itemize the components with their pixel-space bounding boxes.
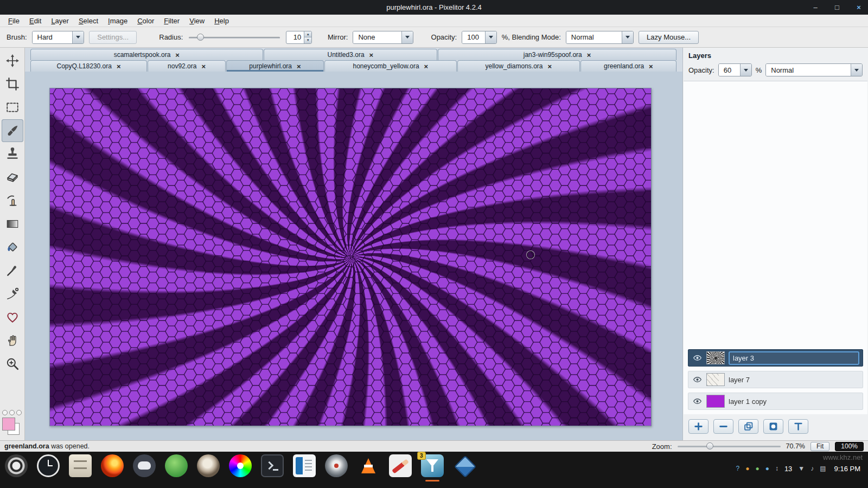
visibility-eye-icon[interactable]: [692, 354, 703, 362]
tool-color-picker[interactable]: [2, 259, 23, 282]
layer-row-layer-1-copy[interactable]: layer 1 copy: [688, 393, 863, 410]
layer-row-layer-3[interactable]: layer 3: [688, 349, 863, 367]
menu-layer[interactable]: Layer: [46, 15, 74, 27]
close-icon[interactable]: ×: [297, 63, 301, 70]
volume-icon[interactable]: ♪: [810, 465, 814, 472]
clock-time[interactable]: 9:16 PM: [834, 465, 860, 473]
network-icon[interactable]: ▼: [798, 465, 805, 472]
settings-button[interactable]: Settings...: [89, 31, 137, 44]
tool-gradient[interactable]: [2, 213, 23, 235]
tool-brush[interactable]: [2, 119, 23, 142]
menu-image[interactable]: Image: [103, 15, 132, 27]
layer-row-layer-7[interactable]: layer 7: [688, 371, 863, 388]
taskbar-color-wheel[interactable]: [228, 454, 252, 483]
spinner-buttons[interactable]: ▲▼: [304, 31, 311, 43]
menu-select[interactable]: Select: [74, 15, 103, 27]
mirror-select[interactable]: None: [353, 31, 413, 44]
add-text-layer-button[interactable]: [788, 419, 808, 434]
taskbar-gimp[interactable]: [196, 454, 220, 483]
close-icon[interactable]: ×: [649, 63, 653, 70]
minimize-button[interactable]: –: [810, 3, 820, 11]
layer-opacity-input[interactable]: 60: [718, 63, 752, 76]
tool-paint-bucket[interactable]: [2, 236, 23, 259]
updates-icon[interactable]: ↕: [775, 465, 778, 472]
taskbar-discord[interactable]: [132, 454, 156, 483]
menu-help[interactable]: Help: [209, 15, 234, 27]
taskbar-app-menu[interactable]: [4, 454, 28, 483]
tool-zoom[interactable]: [2, 352, 23, 375]
layer-name: layer 1 copy: [729, 397, 767, 406]
tool-smudge[interactable]: [2, 189, 23, 212]
tool-hand[interactable]: [2, 329, 23, 352]
close-icon[interactable]: ×: [587, 52, 591, 59]
close-icon[interactable]: ×: [369, 52, 374, 59]
image-canvas[interactable]: [49, 88, 652, 426]
layer-blend-mode-select[interactable]: Normal: [765, 63, 863, 76]
close-icon[interactable]: ×: [201, 63, 206, 70]
visibility-eye-icon[interactable]: [692, 397, 703, 405]
close-icon[interactable]: ×: [548, 63, 552, 70]
opacity-input[interactable]: 100: [462, 31, 497, 44]
maximize-button[interactable]: □: [832, 3, 842, 11]
brush-type-select[interactable]: Hard: [32, 31, 85, 44]
tab-untitled3[interactable]: Untitled3.ora ×: [264, 49, 438, 60]
add-mask-button[interactable]: [763, 419, 783, 434]
tab-greenland[interactable]: greenland.ora ×: [580, 60, 676, 72]
lazy-mouse-button[interactable]: Lazy Mouse...: [639, 31, 699, 44]
tab-honeycomb-yellow[interactable]: honeycomb_yellow.ora ×: [324, 60, 457, 72]
taskbar-virtualbox[interactable]: [452, 454, 476, 483]
tool-rectangle-select[interactable]: [2, 96, 23, 119]
indicator-green-icon[interactable]: ●: [755, 465, 759, 472]
taskbar-clock[interactable]: [36, 454, 60, 483]
taskbar-software-center[interactable]: [164, 454, 188, 483]
menu-view[interactable]: View: [184, 15, 209, 27]
taskbar-terminal[interactable]: [260, 454, 284, 483]
tool-crop[interactable]: [2, 73, 23, 95]
tool-move[interactable]: [2, 49, 23, 72]
foreground-color-swatch[interactable]: [2, 418, 15, 431]
taskbar-firefox[interactable]: [100, 454, 124, 483]
visibility-eye-icon[interactable]: [692, 376, 703, 383]
menu-edit[interactable]: Edit: [24, 15, 46, 27]
taskbar-pencil-editor[interactable]: [388, 454, 412, 483]
indicator-blue-icon[interactable]: ●: [765, 465, 769, 472]
indicator-orange-icon[interactable]: ●: [745, 465, 749, 472]
close-icon[interactable]: ×: [175, 52, 180, 59]
help-tray-icon[interactable]: ?: [736, 465, 739, 472]
radius-slider[interactable]: [188, 31, 280, 44]
radius-input[interactable]: 10 ▲▼: [286, 31, 312, 44]
close-icon[interactable]: ×: [424, 63, 429, 70]
tab-yellow-diamons[interactable]: yellow_diamons.ora ×: [457, 60, 580, 72]
taskbar-pixelitor[interactable]: 3: [420, 454, 444, 483]
tab-copyq-l18230[interactable]: CopyQ.L18230.ora ×: [30, 60, 147, 72]
taskbar-vlc[interactable]: [356, 454, 380, 483]
layer-name-input[interactable]: layer 3: [729, 351, 859, 365]
zoom-slider[interactable]: [678, 442, 781, 451]
tab-jan3-win95spoof[interactable]: jan3-win95spoof.ora ×: [438, 49, 676, 60]
tool-pen[interactable]: [2, 282, 23, 305]
menu-color[interactable]: Color: [132, 15, 159, 27]
tab-scamalertspook[interactable]: scamalertspook.ora ×: [30, 49, 263, 60]
tray-count[interactable]: 13: [784, 465, 792, 473]
taskbar-file-manager[interactable]: [68, 454, 92, 483]
tool-eraser[interactable]: [2, 166, 23, 189]
battery-icon[interactable]: ▤: [820, 465, 826, 472]
zoom-100-button[interactable]: 100%: [835, 442, 864, 451]
menu-filter[interactable]: Filter: [159, 15, 184, 27]
delete-layer-button[interactable]: [713, 419, 733, 434]
mask-mode-indicators[interactable]: [2, 410, 23, 415]
close-icon[interactable]: ×: [117, 63, 121, 70]
add-layer-button[interactable]: [688, 419, 709, 434]
tab-purplewhirl[interactable]: purplewhirl.ora ×: [226, 60, 324, 72]
duplicate-layer-button[interactable]: [738, 419, 758, 434]
taskbar-screenshot-tool[interactable]: [324, 454, 348, 483]
tab-nov92[interactable]: nov92.ora ×: [148, 60, 226, 72]
tool-shapes[interactable]: [2, 306, 23, 329]
blending-mode-select[interactable]: Normal: [566, 31, 634, 44]
menu-file[interactable]: File: [3, 15, 24, 27]
tool-clone-stamp[interactable]: [2, 143, 23, 165]
fit-button[interactable]: Fit: [810, 442, 829, 451]
close-button[interactable]: ×: [854, 3, 864, 11]
color-swatches[interactable]: [2, 418, 21, 436]
taskbar-writer[interactable]: [292, 454, 316, 483]
